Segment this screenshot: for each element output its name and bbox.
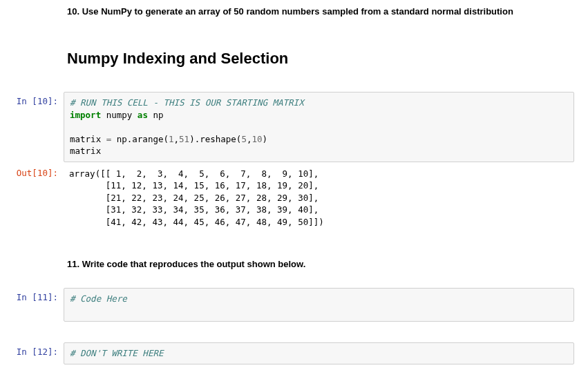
code-num: 5	[241, 134, 247, 144]
section-heading: Numpy Indexing and Selection	[67, 50, 574, 68]
output-cell-10: Out[10]: array([[ 1, 2, 3, 4, 5, 6, 7, 8…	[0, 164, 574, 233]
markdown-cell-q11: 11. Write code that reproduces the outpu…	[67, 253, 574, 275]
input-prompt-11: In [11]:	[0, 288, 64, 322]
code-text: ,	[174, 134, 180, 144]
code-num: 1	[169, 134, 174, 144]
code-text: matrix	[70, 134, 106, 144]
code-num: 51	[179, 134, 189, 144]
code-input-12[interactable]: # DON'T WRITE HERE	[64, 342, 574, 364]
code-text: np.arange(	[111, 134, 169, 144]
input-prompt-12: In [12]:	[0, 342, 64, 364]
code-keyword-import: import	[70, 110, 101, 120]
markdown-cell-heading: Numpy Indexing and Selection	[67, 35, 574, 79]
question-10-text: 10. Use NumPy to generate an array of 50…	[67, 6, 574, 17]
code-keyword-as: as	[137, 110, 148, 120]
code-input-11[interactable]: # Code Here	[64, 288, 574, 322]
code-comment: # Code Here	[70, 293, 127, 304]
code-cell-10[interactable]: In [10]: # RUN THIS CELL - THIS IS OUR S…	[0, 92, 574, 162]
code-comment: # RUN THIS CELL - THIS IS OUR STARTING M…	[70, 97, 304, 108]
output-cell-12: Out[12]: array([[32, 33, 34, 35, 36, 37,…	[0, 366, 574, 371]
code-comment: # DON'T WRITE HERE	[70, 348, 163, 358]
output-text-10: array([[ 1, 2, 3, 4, 5, 6, 7, 8, 9, 10],…	[64, 164, 574, 233]
code-alias: np	[153, 110, 163, 120]
code-input-10[interactable]: # RUN THIS CELL - THIS IS OUR STARTING M…	[64, 92, 574, 162]
output-prompt-10: Out[10]:	[0, 164, 64, 233]
code-text: )	[263, 134, 268, 144]
input-prompt-10: In [10]:	[0, 92, 64, 162]
notebook-container: 10. Use NumPy to generate an array of 50…	[0, 0, 574, 370]
code-cell-11[interactable]: In [11]: # Code Here	[0, 288, 574, 322]
code-cell-12[interactable]: In [12]: # DON'T WRITE HERE	[0, 342, 574, 364]
output-text-12: array([[32, 33, 34, 35, 36, 37, 38, 39, …	[64, 366, 574, 371]
code-num: 10	[252, 134, 262, 144]
question-11-text: 11. Write code that reproduces the outpu…	[67, 259, 574, 269]
markdown-cell-q10: 10. Use NumPy to generate an array of 50…	[67, 0, 574, 23]
code-text: ).reshape(	[189, 134, 241, 144]
code-module: numpy	[106, 110, 133, 120]
code-text: matrix	[70, 146, 101, 156]
output-prompt-12: Out[12]:	[0, 366, 64, 371]
